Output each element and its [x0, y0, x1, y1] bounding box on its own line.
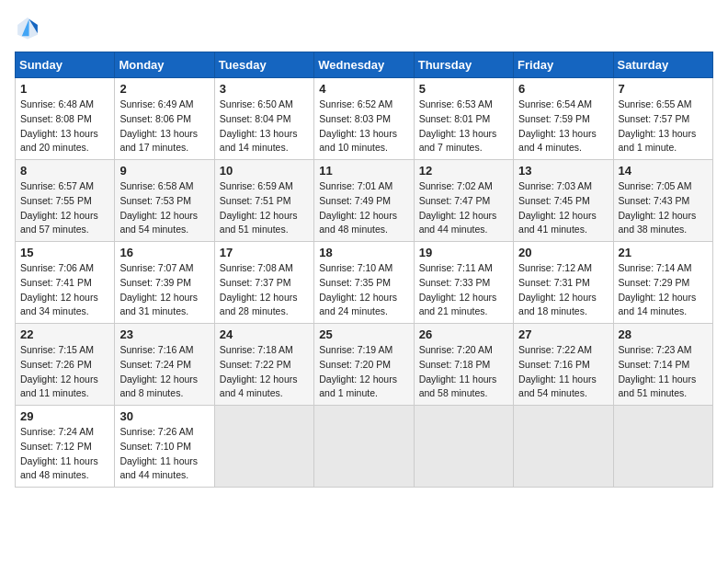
- calendar-cell: 5 Sunrise: 6:53 AM Sunset: 8:01 PM Dayli…: [414, 78, 513, 160]
- day-number: 9: [119, 164, 209, 178]
- sunrise-label: Sunrise: 6:49 AM: [119, 98, 193, 109]
- sunset-label: Sunset: 7:39 PM: [119, 277, 191, 288]
- logo: [15, 15, 44, 40]
- calendar-cell: 27 Sunrise: 7:22 AM Sunset: 7:16 PM Dayl…: [514, 324, 613, 406]
- page-header: [15, 15, 713, 40]
- daylight-label: Daylight: 12 hours and 34 minutes.: [20, 292, 98, 317]
- day-number: 21: [619, 246, 708, 259]
- calendar-header-wednesday: Wednesday: [314, 52, 414, 78]
- day-number: 25: [319, 327, 408, 341]
- calendar-week-row: 8 Sunrise: 6:57 AM Sunset: 7:55 PM Dayli…: [16, 160, 713, 242]
- day-info: Sunrise: 7:24 AM Sunset: 7:12 PM Dayligh…: [20, 425, 109, 483]
- calendar-week-row: 1 Sunrise: 6:48 AM Sunset: 8:08 PM Dayli…: [16, 78, 713, 160]
- day-info: Sunrise: 6:48 AM Sunset: 8:08 PM Dayligh…: [20, 98, 109, 155]
- daylight-label: Daylight: 12 hours and 18 minutes.: [518, 292, 597, 317]
- day-number: 16: [119, 246, 209, 259]
- sunrise-label: Sunrise: 7:20 AM: [419, 344, 493, 355]
- sunrise-label: Sunrise: 6:50 AM: [220, 98, 293, 109]
- sunset-label: Sunset: 8:04 PM: [220, 113, 291, 124]
- sunset-label: Sunset: 7:35 PM: [319, 277, 391, 288]
- calendar-cell: 21 Sunrise: 7:14 AM Sunset: 7:29 PM Dayl…: [613, 242, 712, 324]
- daylight-label: Daylight: 11 hours and 51 minutes.: [619, 373, 697, 399]
- calendar-header-monday: Monday: [115, 52, 214, 78]
- day-info: Sunrise: 7:01 AM Sunset: 7:49 PM Dayligh…: [319, 179, 408, 237]
- day-info: Sunrise: 7:20 AM Sunset: 7:18 PM Dayligh…: [419, 343, 508, 401]
- day-number: 5: [419, 82, 508, 96]
- day-number: 20: [518, 246, 608, 259]
- sunrise-label: Sunrise: 6:58 AM: [119, 180, 193, 191]
- day-info: Sunrise: 6:55 AM Sunset: 7:57 PM Dayligh…: [619, 98, 708, 155]
- sunrise-label: Sunrise: 6:55 AM: [619, 98, 692, 109]
- sunrise-label: Sunrise: 7:11 AM: [419, 262, 493, 273]
- calendar-cell: 22 Sunrise: 7:15 AM Sunset: 7:26 PM Dayl…: [16, 324, 115, 406]
- day-info: Sunrise: 7:22 AM Sunset: 7:16 PM Dayligh…: [518, 343, 608, 401]
- sunrise-label: Sunrise: 6:48 AM: [20, 98, 94, 109]
- calendar-cell: 26 Sunrise: 7:20 AM Sunset: 7:18 PM Dayl…: [414, 324, 513, 406]
- day-info: Sunrise: 6:58 AM Sunset: 7:53 PM Dayligh…: [119, 179, 209, 237]
- sunset-label: Sunset: 8:01 PM: [419, 113, 491, 124]
- sunset-label: Sunset: 8:03 PM: [319, 113, 391, 124]
- sunset-label: Sunset: 7:49 PM: [319, 195, 391, 206]
- day-number: 4: [319, 82, 408, 96]
- daylight-label: Daylight: 13 hours and 20 minutes.: [20, 128, 98, 154]
- day-info: Sunrise: 6:57 AM Sunset: 7:55 PM Dayligh…: [20, 179, 109, 237]
- calendar-cell: [514, 406, 613, 488]
- day-number: 2: [119, 82, 209, 96]
- sunrise-label: Sunrise: 7:15 AM: [20, 344, 94, 355]
- calendar-cell: 18 Sunrise: 7:10 AM Sunset: 7:35 PM Dayl…: [314, 242, 414, 324]
- daylight-label: Daylight: 12 hours and 11 minutes.: [20, 373, 98, 399]
- day-info: Sunrise: 7:14 AM Sunset: 7:29 PM Dayligh…: [619, 261, 708, 319]
- sunset-label: Sunset: 7:37 PM: [220, 277, 291, 288]
- sunrise-label: Sunrise: 7:16 AM: [119, 344, 193, 355]
- day-number: 19: [419, 246, 508, 259]
- daylight-label: Daylight: 11 hours and 48 minutes.: [20, 455, 98, 481]
- sunrise-label: Sunrise: 7:22 AM: [518, 344, 592, 355]
- daylight-label: Daylight: 12 hours and 28 minutes.: [220, 292, 298, 317]
- day-info: Sunrise: 7:02 AM Sunset: 7:47 PM Dayligh…: [419, 179, 508, 237]
- sunrise-label: Sunrise: 7:14 AM: [619, 262, 692, 273]
- calendar-table: SundayMondayTuesdayWednesdayThursdayFrid…: [15, 52, 713, 488]
- daylight-label: Daylight: 12 hours and 21 minutes.: [419, 292, 497, 317]
- sunset-label: Sunset: 7:43 PM: [619, 195, 690, 206]
- calendar-cell: 9 Sunrise: 6:58 AM Sunset: 7:53 PM Dayli…: [115, 160, 214, 242]
- day-number: 13: [518, 164, 608, 178]
- sunset-label: Sunset: 7:22 PM: [220, 359, 291, 370]
- calendar-cell: [214, 406, 313, 488]
- calendar-cell: 10 Sunrise: 6:59 AM Sunset: 7:51 PM Dayl…: [214, 160, 313, 242]
- calendar-cell: 20 Sunrise: 7:12 AM Sunset: 7:31 PM Dayl…: [514, 242, 613, 324]
- sunrise-label: Sunrise: 7:05 AM: [619, 180, 692, 191]
- calendar-cell: 3 Sunrise: 6:50 AM Sunset: 8:04 PM Dayli…: [214, 78, 313, 160]
- day-info: Sunrise: 7:23 AM Sunset: 7:14 PM Dayligh…: [619, 343, 708, 401]
- day-number: 1: [20, 82, 109, 96]
- sunset-label: Sunset: 7:57 PM: [619, 113, 690, 124]
- calendar-cell: 24 Sunrise: 7:18 AM Sunset: 7:22 PM Dayl…: [214, 324, 313, 406]
- calendar-cell: 13 Sunrise: 7:03 AM Sunset: 7:45 PM Dayl…: [514, 160, 613, 242]
- sunset-label: Sunset: 7:45 PM: [518, 195, 590, 206]
- calendar-header-tuesday: Tuesday: [214, 52, 313, 78]
- day-number: 26: [419, 327, 508, 341]
- day-number: 28: [619, 327, 708, 341]
- sunrise-label: Sunrise: 6:53 AM: [419, 98, 493, 109]
- sunrise-label: Sunrise: 7:02 AM: [419, 180, 493, 191]
- day-info: Sunrise: 7:12 AM Sunset: 7:31 PM Dayligh…: [518, 261, 608, 319]
- sunset-label: Sunset: 7:33 PM: [419, 277, 491, 288]
- daylight-label: Daylight: 12 hours and 8 minutes.: [119, 373, 198, 399]
- day-number: 18: [319, 246, 408, 259]
- day-info: Sunrise: 6:59 AM Sunset: 7:51 PM Dayligh…: [220, 179, 309, 237]
- sunset-label: Sunset: 7:26 PM: [20, 359, 92, 370]
- day-info: Sunrise: 6:54 AM Sunset: 7:59 PM Dayligh…: [518, 98, 608, 155]
- sunset-label: Sunset: 7:12 PM: [20, 441, 92, 452]
- calendar-cell: 16 Sunrise: 7:07 AM Sunset: 7:39 PM Dayl…: [115, 242, 214, 324]
- calendar-header-sunday: Sunday: [16, 52, 115, 78]
- sunset-label: Sunset: 7:51 PM: [220, 195, 291, 206]
- day-number: 17: [220, 246, 309, 259]
- sunset-label: Sunset: 7:47 PM: [419, 195, 491, 206]
- calendar-week-row: 15 Sunrise: 7:06 AM Sunset: 7:41 PM Dayl…: [16, 242, 713, 324]
- calendar-cell: 25 Sunrise: 7:19 AM Sunset: 7:20 PM Dayl…: [314, 324, 414, 406]
- sunrise-label: Sunrise: 7:10 AM: [319, 262, 392, 273]
- daylight-label: Daylight: 13 hours and 1 minute.: [619, 128, 697, 154]
- daylight-label: Daylight: 12 hours and 41 minutes.: [518, 210, 597, 236]
- day-info: Sunrise: 7:18 AM Sunset: 7:22 PM Dayligh…: [220, 343, 309, 401]
- daylight-label: Daylight: 11 hours and 44 minutes.: [119, 455, 198, 481]
- day-number: 22: [20, 327, 109, 341]
